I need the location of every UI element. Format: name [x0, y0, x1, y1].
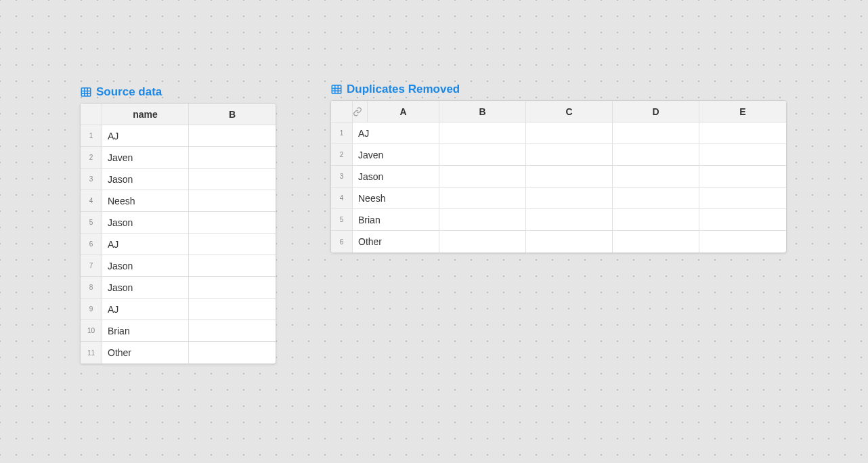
cell[interactable] — [526, 231, 613, 252]
cell[interactable] — [613, 123, 699, 144]
cell[interactable]: Brian — [353, 209, 439, 230]
table-row: 4Neesh — [81, 190, 276, 212]
table-row: 3Jason — [81, 169, 276, 190]
cell[interactable] — [526, 166, 613, 187]
row-number[interactable]: 3 — [331, 166, 353, 187]
row-number[interactable]: 5 — [81, 212, 102, 233]
cell[interactable] — [613, 166, 699, 187]
cell[interactable]: AJ — [353, 123, 439, 144]
row-number[interactable]: 2 — [81, 147, 102, 168]
table-row: 5Brian — [331, 209, 786, 231]
cell[interactable] — [439, 209, 526, 230]
duplicates-grid[interactable]: A B C D E 1AJ2Javen3Jason4Neesh5Brian6Ot… — [330, 100, 787, 253]
row-number[interactable]: 9 — [81, 299, 102, 319]
cell[interactable]: Other — [102, 342, 189, 363]
row-number[interactable]: 4 — [81, 190, 102, 211]
table-row: 11Other — [81, 342, 276, 363]
cell[interactable] — [526, 209, 613, 230]
row-number[interactable]: 5 — [331, 209, 353, 230]
cell[interactable]: Javen — [102, 147, 189, 168]
corner-cell[interactable] — [81, 104, 102, 125]
row-number[interactable]: 4 — [331, 188, 353, 208]
cell[interactable] — [189, 255, 276, 276]
cell[interactable] — [439, 144, 526, 165]
cell[interactable] — [189, 190, 276, 211]
cell[interactable] — [189, 277, 276, 298]
cell[interactable]: Jason — [353, 166, 439, 187]
cell[interactable] — [189, 169, 276, 190]
row-number[interactable]: 8 — [81, 277, 102, 298]
cell[interactable] — [189, 125, 276, 146]
cell[interactable]: AJ — [102, 125, 189, 146]
cell[interactable] — [526, 144, 613, 165]
cell[interactable]: Jason — [102, 212, 189, 233]
duplicates-table-title[interactable]: Duplicates Removed — [330, 83, 787, 96]
cell[interactable] — [526, 188, 613, 208]
column-header-c[interactable]: C — [526, 101, 613, 122]
table-row: 9AJ — [81, 299, 276, 320]
table-row: 10Brian — [81, 320, 276, 342]
row-number[interactable]: 6 — [81, 234, 102, 255]
cell[interactable] — [613, 144, 699, 165]
cell[interactable] — [613, 209, 699, 230]
cell[interactable] — [189, 147, 276, 168]
table-row: 6Other — [331, 231, 786, 252]
table-row: 3Jason — [331, 166, 786, 188]
source-grid[interactable]: name B 1AJ2Javen3Jason4Neesh5Jason6AJ7Ja… — [80, 103, 276, 364]
source-table-title-text: Source data — [96, 85, 162, 99]
cell[interactable]: AJ — [102, 234, 189, 255]
cell[interactable]: Jason — [102, 277, 189, 298]
svg-rect-0 — [81, 88, 91, 96]
cell[interactable] — [189, 320, 276, 341]
cell[interactable]: Brian — [102, 320, 189, 341]
corner-cell[interactable] — [331, 101, 353, 122]
table-row: 7Jason — [81, 255, 276, 277]
table-row: 1AJ — [331, 123, 786, 144]
cell[interactable] — [699, 231, 786, 252]
duplicates-table-title-text: Duplicates Removed — [347, 83, 460, 96]
cell[interactable] — [189, 342, 276, 363]
cell[interactable]: Neesh — [353, 188, 439, 208]
cell[interactable] — [699, 188, 786, 208]
cell[interactable] — [699, 209, 786, 230]
duplicates-table-block: Duplicates Removed A B C D E 1AJ2Javen3J… — [330, 83, 787, 253]
column-header-name[interactable]: name — [102, 104, 189, 125]
row-number[interactable]: 2 — [331, 144, 353, 165]
cell[interactable]: Other — [353, 231, 439, 252]
cell[interactable] — [526, 123, 613, 144]
cell[interactable] — [439, 166, 526, 187]
column-header-b[interactable]: B — [439, 101, 526, 122]
cell[interactable]: Neesh — [102, 190, 189, 211]
cell[interactable]: Jason — [102, 169, 189, 190]
cell[interactable] — [189, 234, 276, 255]
row-number[interactable]: 6 — [331, 231, 353, 252]
table-row: 2Javen — [81, 147, 276, 169]
column-header-b[interactable]: B — [189, 104, 276, 125]
column-header-e[interactable]: E — [699, 101, 786, 122]
cell[interactable] — [439, 188, 526, 208]
cell[interactable] — [613, 188, 699, 208]
column-header-d[interactable]: D — [613, 101, 699, 122]
source-table-title[interactable]: Source data — [80, 85, 276, 99]
row-number[interactable]: 1 — [81, 125, 102, 146]
link-column-header[interactable] — [353, 101, 368, 122]
table-row: 4Neesh — [331, 188, 786, 209]
cell[interactable]: AJ — [102, 299, 189, 319]
cell[interactable] — [189, 299, 276, 319]
cell[interactable] — [439, 231, 526, 252]
cell[interactable] — [613, 231, 699, 252]
cell[interactable]: Jason — [102, 255, 189, 276]
cell[interactable] — [699, 166, 786, 187]
cell[interactable]: Javen — [353, 144, 439, 165]
row-number[interactable]: 7 — [81, 255, 102, 276]
table-row: 8Jason — [81, 277, 276, 299]
row-number[interactable]: 10 — [81, 320, 102, 341]
cell[interactable] — [699, 144, 786, 165]
row-number[interactable]: 1 — [331, 123, 353, 144]
cell[interactable] — [699, 123, 786, 144]
row-number[interactable]: 3 — [81, 169, 102, 190]
cell[interactable] — [439, 123, 526, 144]
row-number[interactable]: 11 — [81, 342, 102, 363]
cell[interactable] — [189, 212, 276, 233]
column-header-a[interactable]: A — [368, 101, 439, 122]
